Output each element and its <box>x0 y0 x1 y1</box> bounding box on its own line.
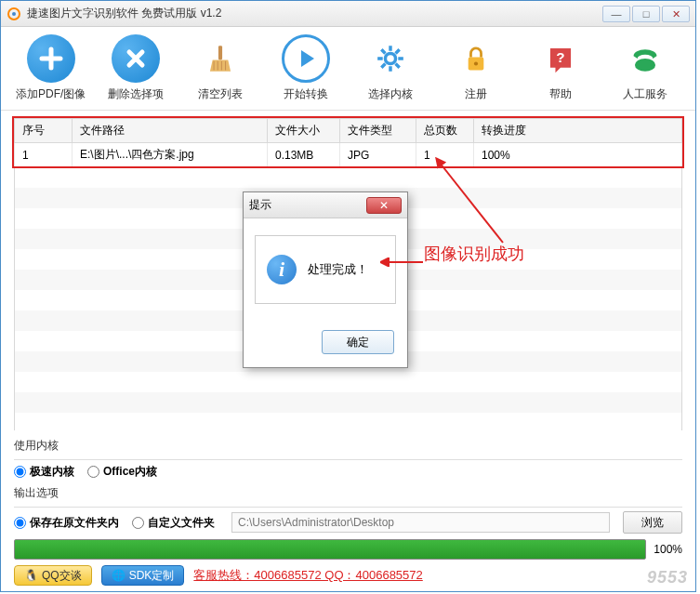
annotation-arrow-1 <box>432 157 507 246</box>
watermark: 9553 <box>647 568 688 587</box>
kernel-button[interactable]: 选择内核 <box>352 34 429 102</box>
browse-button[interactable]: 浏览 <box>623 511 682 534</box>
hotline-link[interactable]: 客服热线：4006685572 QQ：4006685572 <box>193 567 422 584</box>
x-icon <box>112 34 160 83</box>
dialog-title: 提示 <box>249 197 366 213</box>
col-path[interactable]: 文件路径 <box>73 119 268 143</box>
svg-point-7 <box>635 59 655 72</box>
dialog-message: 处理完成！ <box>308 261 368 278</box>
add-pdf-button[interactable]: 添加PDF/图像 <box>12 34 89 102</box>
help-icon: ? <box>536 34 585 83</box>
window-controls: — □ ✕ <box>602 6 690 22</box>
message-dialog: 提示 ✕ i 处理完成！ 确定 <box>243 191 408 368</box>
annotation-text: 图像识别成功 <box>424 243 524 265</box>
dialog-titlebar: 提示 ✕ <box>244 192 407 218</box>
sdk-button[interactable]: 🌐 SDK定制 <box>101 565 185 586</box>
delete-button[interactable]: 删除选择项 <box>97 34 174 102</box>
start-button[interactable]: 开始转换 <box>267 34 344 102</box>
output-custom-radio[interactable]: 自定义文件夹 <box>132 515 215 531</box>
clear-button[interactable]: 清空列表 <box>182 34 259 102</box>
plus-icon <box>27 34 75 83</box>
lock-icon <box>452 34 500 83</box>
qq-icon: 🐧 <box>24 569 38 582</box>
dialog-ok-button[interactable]: 确定 <box>322 330 394 354</box>
svg-point-3 <box>386 53 396 63</box>
close-button[interactable]: ✕ <box>662 6 690 22</box>
window-title: 捷速图片文字识别软件 免费试用版 v1.2 <box>27 6 602 21</box>
svg-point-1 <box>12 12 16 16</box>
kernel-office-radio[interactable]: Office内核 <box>87 464 157 480</box>
output-label: 输出选项 <box>14 485 59 501</box>
register-button[interactable]: 注册 <box>437 34 514 102</box>
info-icon: i <box>267 255 297 284</box>
dialog-content: i 处理完成！ <box>255 235 396 304</box>
kernel-label: 使用内核 <box>14 438 59 454</box>
col-seq[interactable]: 序号 <box>15 119 73 143</box>
output-path-input[interactable] <box>231 512 610 533</box>
col-pages[interactable]: 总页数 <box>416 119 474 143</box>
kernel-fast-radio[interactable]: 极速内核 <box>14 464 74 480</box>
minimize-button[interactable]: — <box>602 6 630 22</box>
bottom-panel: 使用内核 极速内核 Office内核 输出选项 保存在原文件夹内 自定义文 <box>1 430 695 591</box>
phone-icon <box>621 34 669 83</box>
svg-point-5 <box>473 61 477 65</box>
progress-bar <box>14 539 646 560</box>
svg-text:?: ? <box>556 49 564 65</box>
main-window: 捷速图片文字识别软件 免费试用版 v1.2 — □ ✕ 添加PDF/图像 删除选… <box>0 0 696 592</box>
output-same-radio[interactable]: 保存在原文件夹内 <box>14 515 119 531</box>
globe-icon: 🌐 <box>112 569 125 582</box>
annotation-arrow-2 <box>380 257 425 267</box>
col-size[interactable]: 文件大小 <box>268 119 340 143</box>
play-icon <box>282 34 330 83</box>
help-button[interactable]: ? 帮助 <box>522 34 599 102</box>
toolbar: 添加PDF/图像 删除选择项 清空列表 开始转换 选择内核 <box>1 27 695 111</box>
table-row[interactable]: 1 E:\图片\...\四色方案.jpg 0.13MB JPG 1 100% <box>15 143 682 167</box>
qq-talk-button[interactable]: 🐧 QQ交谈 <box>14 565 92 586</box>
maximize-button[interactable]: □ <box>632 6 660 22</box>
app-icon <box>7 7 21 21</box>
dialog-close-button[interactable]: ✕ <box>366 197 402 214</box>
gear-icon <box>366 34 415 83</box>
service-button[interactable]: 人工服务 <box>607 34 684 102</box>
titlebar: 捷速图片文字识别软件 免费试用版 v1.2 — □ ✕ <box>1 1 695 27</box>
file-table: 序号 文件路径 文件大小 文件类型 总页数 转换进度 1 E:\图片\...\四… <box>14 118 682 167</box>
col-type[interactable]: 文件类型 <box>340 119 416 143</box>
svg-rect-2 <box>218 46 222 59</box>
col-progress[interactable]: 转换进度 <box>474 119 682 143</box>
broom-icon <box>196 34 244 83</box>
progress-percent: 100% <box>654 543 682 556</box>
